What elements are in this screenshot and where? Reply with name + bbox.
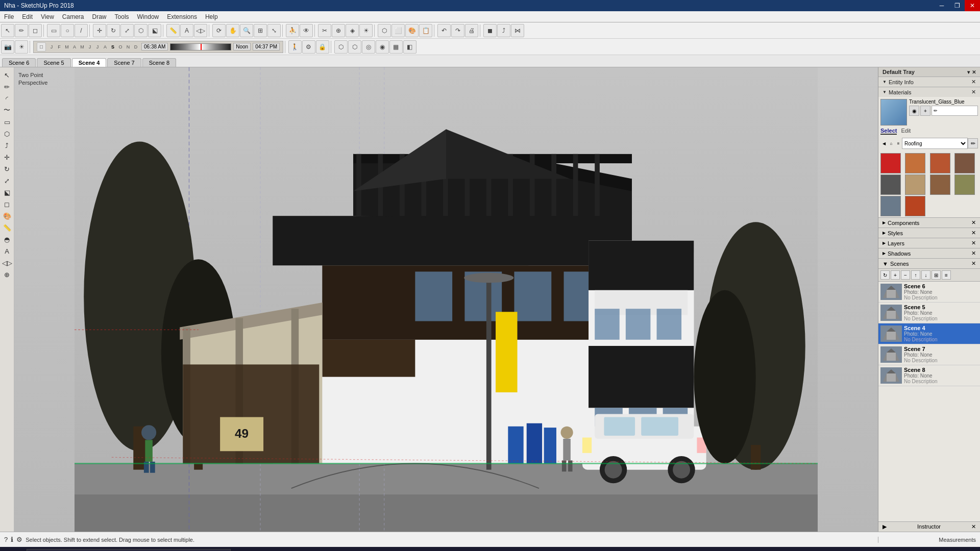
month-J3[interactable]: J: [94, 44, 101, 49]
arc-icon[interactable]: ◜: [2, 93, 13, 104]
shapes-icon[interactable]: ▭: [2, 116, 13, 128]
walk-btn[interactable]: ⛹: [286, 24, 299, 37]
status-settings-btn[interactable]: ⚙: [16, 536, 22, 543]
paint-icon[interactable]: 🎨: [2, 210, 13, 221]
material-swatch-2[interactable]: [930, 153, 950, 173]
scenes-add-btn[interactable]: +: [891, 270, 900, 280]
solid-btn[interactable]: ◼: [483, 24, 497, 37]
month-M2[interactable]: M: [79, 44, 86, 49]
month-J1[interactable]: J: [48, 44, 55, 49]
offset-icon[interactable]: ⬕: [2, 187, 13, 198]
mono-btn[interactable]: ◧: [403, 40, 416, 54]
start-button[interactable]: [0, 547, 24, 551]
text-icon[interactable]: A: [2, 245, 13, 257]
material-swatch-7[interactable]: [954, 174, 975, 195]
material-swatch-9[interactable]: [905, 196, 925, 216]
print-btn[interactable]: 🖨: [465, 24, 478, 37]
wireframe-btn[interactable]: ⬡: [348, 40, 361, 54]
shadow-toggle-btn[interactable]: □: [37, 42, 46, 52]
undo-btn[interactable]: ↶: [437, 24, 451, 37]
instructor-close[interactable]: ✕: [971, 523, 976, 530]
material-swatch-0[interactable]: [880, 153, 901, 173]
lock-btn[interactable]: 🔒: [316, 40, 329, 54]
protractor-icon[interactable]: ◓: [2, 234, 13, 245]
hidden-btn[interactable]: ◈: [346, 24, 359, 37]
components-close[interactable]: ✕: [971, 219, 976, 226]
material-swatch-1[interactable]: [905, 153, 925, 173]
look-btn[interactable]: 👁: [300, 24, 313, 37]
menu-item-extensions[interactable]: Extensions: [163, 12, 201, 21]
components-section[interactable]: ▶ Components ✕: [878, 218, 980, 228]
minimize-btn[interactable]: ─: [934, 0, 949, 11]
material-swatch-3[interactable]: [954, 153, 975, 173]
taskbar-search[interactable]: [27, 549, 231, 551]
paint-tool-btn[interactable]: ✏: [15, 24, 28, 37]
month-D[interactable]: D: [132, 44, 139, 49]
entity-info-header[interactable]: ▼ Entity Info ✕: [878, 77, 980, 87]
material-swatch-4[interactable]: [880, 174, 901, 195]
menu-item-tools[interactable]: Tools: [111, 12, 133, 21]
line-btn[interactable]: /: [75, 24, 88, 37]
month-A1[interactable]: A: [71, 44, 78, 49]
scenes-refresh-btn[interactable]: ↻: [880, 270, 890, 280]
menu-item-file[interactable]: File: [0, 12, 18, 21]
taskbar-cortana-btn[interactable]: ◎: [233, 547, 253, 551]
month-J2[interactable]: J: [86, 44, 93, 49]
push-pull-icon[interactable]: ⬡: [2, 128, 13, 139]
rect-btn[interactable]: ▭: [47, 24, 60, 37]
freehand-icon[interactable]: 〜: [2, 105, 13, 116]
month-O[interactable]: O: [117, 44, 124, 49]
axes-btn[interactable]: ⊕: [332, 24, 345, 37]
menu-item-window[interactable]: Window: [133, 12, 163, 21]
scale-icon[interactable]: ⤢: [2, 175, 13, 186]
close-btn[interactable]: ✕: [965, 0, 980, 11]
roofing-back-btn[interactable]: ◀: [880, 140, 888, 147]
model-btn[interactable]: ⬡: [334, 40, 348, 54]
roofing-pencil-btn[interactable]: ✏: [968, 138, 978, 148]
maximize-btn[interactable]: ❐: [949, 0, 965, 11]
rotate-icon[interactable]: ↻: [2, 163, 13, 174]
instructor-section[interactable]: ▶ Instructor ✕: [878, 521, 980, 532]
taskbar-edge-btn[interactable]: e: [294, 547, 314, 551]
select-icon[interactable]: ↖: [2, 69, 13, 81]
material-swatch-5[interactable]: [905, 174, 925, 195]
scene-tab-scene8[interactable]: Scene 8: [142, 58, 176, 67]
zoom-window-btn[interactable]: ⊞: [254, 24, 267, 37]
menu-item-view[interactable]: View: [37, 12, 58, 21]
scene-entry-scene7[interactable]: Scene 7Photo: NoneNo Description: [878, 344, 980, 365]
pan-btn[interactable]: ✋: [226, 24, 239, 37]
zoom-ext-btn[interactable]: ⤡: [267, 24, 281, 37]
scenes-move-down-btn[interactable]: ↓: [921, 270, 930, 280]
push-pull-btn[interactable]: ⬡: [134, 24, 148, 37]
circle-btn[interactable]: ○: [61, 24, 74, 37]
redo-btn[interactable]: ↷: [451, 24, 464, 37]
scene-tab-scene7[interactable]: Scene 7: [107, 58, 141, 67]
taskbar-store-btn[interactable]: 🛍: [314, 547, 335, 551]
person-btn[interactable]: 🚶: [288, 40, 302, 54]
menu-item-draw[interactable]: Draw: [88, 12, 111, 21]
material-create-btn[interactable]: +: [920, 106, 930, 116]
month-S[interactable]: S: [109, 44, 116, 49]
layers-close[interactable]: ✕: [971, 240, 976, 246]
orbit-btn[interactable]: ⟳: [212, 24, 226, 37]
scene-tab-scene5[interactable]: Scene 5: [37, 58, 70, 67]
follow-me-icon[interactable]: ⤴: [2, 140, 13, 151]
status-help-btn[interactable]: ?: [4, 536, 8, 543]
month-A2[interactable]: A: [102, 44, 109, 49]
shaded-btn[interactable]: ◉: [376, 40, 389, 54]
group-btn[interactable]: ⬜: [391, 24, 405, 37]
menu-item-camera[interactable]: Camera: [58, 12, 88, 21]
scene-tab-scene6[interactable]: Scene 6: [2, 58, 36, 67]
scene-entry-scene4[interactable]: Scene 4Photo: NoneNo Description: [878, 323, 980, 344]
move-btn[interactable]: ✛: [93, 24, 106, 37]
select-tool-btn[interactable]: ↖: [1, 24, 14, 37]
text-btn[interactable]: A: [180, 24, 193, 37]
scenes-move-up-btn[interactable]: ↑: [911, 270, 920, 280]
material-select-tab[interactable]: Select: [880, 128, 897, 135]
dim-btn[interactable]: ◁▷: [194, 24, 207, 37]
xray-btn[interactable]: ◎: [362, 40, 375, 54]
roofing-dropdown[interactable]: Roofing: [902, 138, 968, 149]
materials-close[interactable]: ✕: [971, 89, 976, 95]
eraser-icon[interactable]: ◻: [2, 198, 13, 210]
taskbar-app5-btn[interactable]: 🎨: [335, 547, 355, 551]
